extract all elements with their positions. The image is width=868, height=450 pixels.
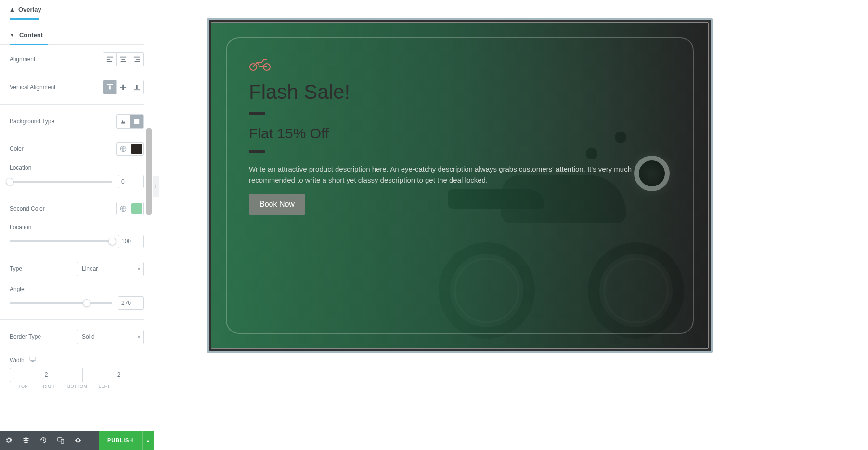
valign-label: Vertical Alignment: [10, 84, 55, 91]
editor-sidebar: ▶ Overlay ▼ Content Alignment Vertical A…: [0, 0, 154, 450]
location2-slider[interactable]: [10, 240, 112, 242]
width-label-row: Width: [10, 351, 144, 364]
svg-rect-19: [31, 361, 34, 362]
svg-rect-3: [120, 57, 126, 58]
widget-frame[interactable]: Flash Sale! Flat 15% Off Write an attrac…: [207, 18, 713, 353]
svg-rect-0: [106, 57, 112, 58]
svg-rect-9: [106, 84, 112, 85]
type-select[interactable]: Linear: [77, 262, 144, 276]
sidebar-scrollbar[interactable]: [144, 3, 154, 431]
svg-rect-5: [120, 61, 126, 62]
border-type-select[interactable]: Solid: [77, 330, 144, 344]
second-color-label: Second Color: [10, 205, 45, 212]
section-content-title: Content: [19, 31, 43, 39]
location1-slider-row: [10, 171, 144, 195]
width-label: Width: [10, 357, 25, 364]
width-right-input[interactable]: [82, 368, 154, 382]
settings-button[interactable]: [0, 431, 17, 450]
valign-middle-button[interactable]: [117, 80, 130, 94]
svg-rect-8: [135, 61, 140, 62]
valign-buttons: [103, 80, 144, 94]
navigator-button[interactable]: [17, 431, 35, 450]
svg-rect-4: [121, 59, 125, 60]
bgtype-gradient-button[interactable]: [130, 115, 143, 128]
svg-rect-1: [106, 59, 110, 60]
angle-slider-row: [10, 292, 144, 317]
bgtype-classic-button[interactable]: [117, 115, 130, 128]
svg-rect-2: [106, 61, 112, 62]
preview-button[interactable]: [69, 431, 87, 450]
section-overlay-title: Overlay: [18, 6, 41, 13]
width-linked-inputs: [10, 368, 144, 382]
label-top: TOP: [10, 384, 37, 389]
width-top-input[interactable]: [10, 368, 82, 382]
color-swatch[interactable]: [131, 144, 142, 154]
valign-row: Vertical Alignment: [10, 73, 144, 101]
alignment-label: Alignment: [10, 56, 35, 63]
bgtype-label: Background Type: [10, 118, 54, 125]
alignment-buttons: [103, 52, 144, 66]
section-overlay-header[interactable]: ▶ Overlay: [0, 0, 154, 19]
content-card: Flash Sale! Flat 15% Off Write an attrac…: [226, 37, 694, 334]
bgtype-row: Background Type: [10, 107, 144, 135]
angle-slider[interactable]: [10, 302, 112, 304]
location2-input[interactable]: [118, 235, 144, 248]
caret-down-icon: ▼: [10, 32, 14, 38]
publish-button[interactable]: PUBLISH: [99, 431, 142, 450]
hero-title: Flash Sale!: [249, 80, 671, 104]
border-type-row: Border Type Solid: [10, 323, 144, 351]
label-left: LEFT: [91, 384, 118, 389]
history-button[interactable]: [35, 431, 52, 450]
align-center-button[interactable]: [117, 53, 130, 66]
color-swatch-group: [116, 142, 144, 156]
publish-dropdown-button[interactable]: ▴: [142, 431, 154, 450]
section-content-body: Alignment Vertical Alignment Background …: [0, 45, 154, 389]
angle-label: Angle: [10, 283, 144, 292]
align-right-button[interactable]: [130, 53, 143, 66]
color-row: Color: [10, 135, 144, 162]
svg-rect-10: [109, 86, 111, 90]
collapse-sidebar-button[interactable]: ‹: [153, 176, 159, 197]
location1-input[interactable]: [118, 175, 144, 188]
cta-button[interactable]: Book Now: [249, 194, 305, 215]
bgtype-buttons: [116, 114, 144, 129]
divider: [0, 319, 154, 320]
hero-subtitle: Flat 15% Off: [249, 125, 671, 142]
divider: [0, 104, 154, 105]
title-separator: [249, 112, 265, 115]
valign-top-button[interactable]: [103, 80, 117, 94]
desktop-icon[interactable]: [29, 357, 36, 364]
svg-rect-18: [30, 357, 36, 361]
label-bottom: BOTTOM: [64, 384, 91, 389]
second-color-swatch[interactable]: [131, 203, 142, 214]
svg-rect-14: [136, 85, 138, 89]
width-side-labels: TOP RIGHT BOTTOM LEFT: [10, 384, 144, 389]
label-right: RIGHT: [37, 384, 64, 389]
svg-rect-7: [136, 59, 140, 60]
motorcycle-icon: [249, 57, 671, 73]
angle-input[interactable]: [118, 296, 144, 310]
preview-canvas: Flash Sale! Flat 15% Off Write an attrac…: [154, 0, 868, 450]
location1-slider[interactable]: [10, 181, 112, 183]
svg-rect-13: [134, 89, 140, 90]
align-left-button[interactable]: [103, 53, 117, 66]
location2-slider-row: [10, 231, 144, 255]
svg-rect-12: [122, 85, 124, 90]
section-content-header[interactable]: ▼ Content: [0, 26, 154, 45]
widget-frame-inner: Flash Sale! Flat 15% Off Write an attrac…: [211, 22, 709, 349]
globe-icon[interactable]: [117, 202, 130, 215]
second-color-group: [116, 202, 144, 215]
panel-content: ▶ Overlay ▼ Content Alignment Vertical A…: [0, 0, 154, 450]
valign-bottom-button[interactable]: [130, 80, 143, 94]
svg-rect-6: [134, 57, 140, 58]
color-label: Color: [10, 146, 24, 152]
overlay-underline: [10, 18, 39, 20]
responsive-button[interactable]: [52, 431, 69, 450]
bottom-bar: PUBLISH ▴: [0, 431, 154, 450]
location1-label: Location: [10, 162, 144, 171]
subtitle-separator: [249, 150, 265, 153]
location2-label: Location: [10, 222, 144, 231]
svg-rect-15: [134, 119, 140, 124]
border-type-label: Border Type: [10, 333, 41, 340]
globe-icon[interactable]: [117, 143, 130, 155]
